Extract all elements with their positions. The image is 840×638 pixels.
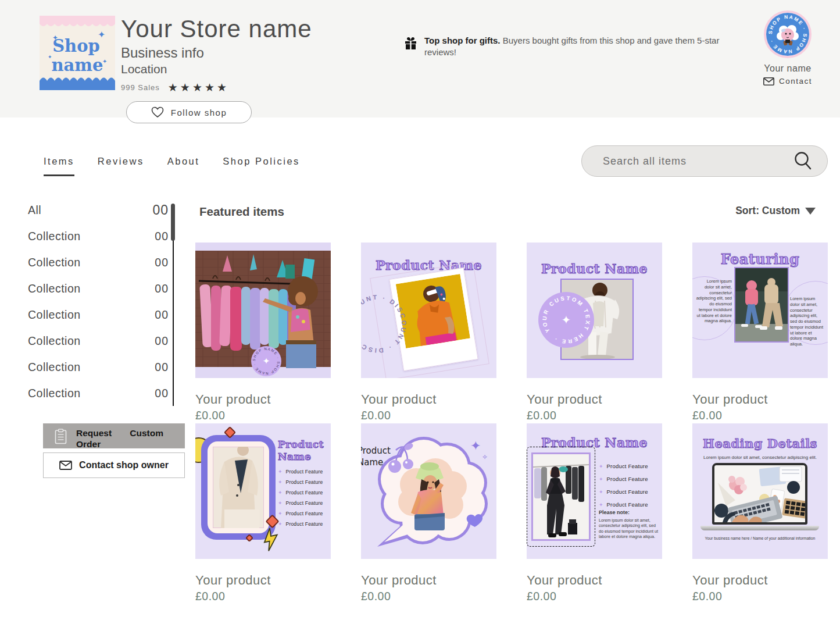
- tab-about[interactable]: About: [167, 156, 200, 176]
- product-name: Your product: [692, 573, 828, 588]
- feature-bullet-icon: ✦: [599, 489, 603, 495]
- discount-stamp: DISCOUNT · DISCOUNT · DISCOUNT · DISCOUN…: [361, 289, 412, 359]
- sidebar-item-collection[interactable]: Collection 00: [28, 229, 169, 244]
- product-name: Your product: [361, 392, 496, 407]
- svg-text:name: name: [51, 55, 103, 75]
- card-title: Product Name: [527, 261, 662, 276]
- contact-link[interactable]: Contact: [753, 77, 822, 85]
- feature-bullet-icon: ✦: [599, 464, 603, 469]
- sidebar-item-count: 00: [155, 387, 169, 400]
- product-card[interactable]: Product Name Y: [527, 243, 662, 422]
- chevron-down-icon: [805, 208, 816, 215]
- product-card[interactable]: Product Name ✦Product Feature ✦Product F…: [195, 423, 331, 603]
- svg-text:✦: ✦: [48, 54, 52, 60]
- product-price: £0.00: [527, 409, 662, 422]
- sidebar-item-all[interactable]: All 00: [28, 202, 169, 218]
- svg-text:Shop: Shop: [52, 36, 100, 56]
- feature-bullet-icon: ✦: [278, 500, 283, 506]
- sidebar-item-collection[interactable]: Collection 00: [28, 386, 169, 401]
- svg-text:✦: ✦: [562, 313, 571, 326]
- tab-items[interactable]: Items: [44, 156, 74, 176]
- svg-text:✦: ✦: [98, 30, 105, 40]
- sidebar-item-count: 00: [155, 334, 169, 348]
- star-rating[interactable]: ★★★★★: [168, 81, 229, 94]
- sidebar-item-collection[interactable]: Collection 00: [28, 281, 169, 297]
- contact-shop-owner-button[interactable]: Contact shop owner: [43, 452, 185, 478]
- note-text: Lorem ipsum dolor sit amet, consectetur …: [599, 518, 659, 539]
- collections-list: All 00 Collection 00 Collection 00 Colle…: [28, 202, 169, 412]
- heart-icon: [151, 106, 164, 118]
- feature-bullet-icon: ✦: [278, 521, 283, 527]
- top-shop-badge: Top shop for gifts. Buyers bought gifts …: [404, 35, 721, 59]
- feature-label: Product Feature: [286, 521, 323, 527]
- sidebar-item-label: All: [28, 204, 41, 217]
- product-image: SHOP NAME · SHOP NAME · ✦: [195, 243, 331, 378]
- feature-label: Product Feature: [286, 469, 323, 475]
- card-subtitle: Lorem ipsum dolor sit amet, consectetur …: [692, 455, 828, 461]
- laptop-base: [700, 526, 819, 530]
- product-card[interactable]: SHOP NAME · SHOP NAME · ✦ Your product £…: [195, 243, 331, 422]
- card-title-line2: Name: [278, 451, 324, 463]
- sidebar-item-count: 00: [155, 308, 169, 322]
- avatar[interactable]: SHOP NAME · SHOP NAME ·: [764, 10, 812, 58]
- sidebar-item-collection[interactable]: Collection 00: [28, 307, 169, 323]
- sales-count: 999 Sales: [121, 83, 160, 92]
- follow-shop-button[interactable]: Follow shop: [126, 101, 252, 123]
- lorem-right: Lorem ipsum dolor sit amet, consectetur …: [790, 296, 825, 347]
- product-name: Your product: [361, 573, 496, 588]
- sidebar-item-collection[interactable]: Collection 00: [28, 255, 169, 270]
- sort-dropdown[interactable]: Sort: Custom: [735, 205, 816, 217]
- feature-label: Product Feature: [607, 463, 648, 469]
- sidebar-item-collection[interactable]: Collection 00: [28, 333, 169, 349]
- feature-bullet-icon: ✦: [278, 511, 283, 516]
- product-price: £0.00: [195, 409, 331, 422]
- feature-label: Product Feature: [607, 489, 648, 495]
- feature-label: Product Feature: [286, 479, 323, 485]
- sidebar-item-count: 00: [155, 361, 169, 374]
- product-image: Product Name DISCOUNT · DIS: [361, 243, 496, 378]
- search-input[interactable]: [603, 155, 793, 167]
- wavy-frame: [201, 435, 276, 540]
- request-custom-order-button[interactable]: Request Custom Order: [43, 423, 185, 448]
- page-title: Your Store name: [121, 15, 312, 43]
- product-name: Your product: [527, 573, 662, 588]
- sidebar-item-count: 00: [155, 230, 169, 243]
- product-card[interactable]: ✦ ✧ Product Name Your product £0.00: [361, 423, 496, 603]
- product-card[interactable]: Product Name: [527, 423, 662, 603]
- product-image: Heading Details Lorem ipsum dolor sit am…: [692, 423, 828, 559]
- sidebar-item-collection[interactable]: Collection 00: [28, 359, 169, 375]
- product-card[interactable]: Product Name DISCOUNT · DIS: [361, 243, 496, 422]
- svg-text:Product: Product: [361, 445, 391, 456]
- location: Location: [121, 62, 312, 76]
- svg-text:Name: Name: [361, 457, 383, 468]
- product-price: £0.00: [527, 590, 662, 603]
- svg-text:✦: ✦: [470, 439, 481, 453]
- laptop-footer-text: Your business name here / Name of your a…: [697, 536, 823, 541]
- sidebar-scrollbar-thumb[interactable]: [171, 204, 175, 241]
- custom-text-circle: YOUR CUSTOM TEXT HERE · ✦: [537, 291, 595, 349]
- card-title: Product Name: [278, 439, 324, 464]
- tab-shop-policies[interactable]: Shop Policies: [223, 156, 299, 176]
- feature-label: Product Feature: [286, 511, 323, 516]
- sidebar-item-label: Collection: [28, 230, 81, 243]
- product-card[interactable]: Heading Details Lorem ipsum dolor sit am…: [692, 423, 828, 603]
- svg-text:✦: ✦: [102, 58, 107, 65]
- feature-bullet-icon: ✦: [278, 490, 283, 496]
- feature-bullet-icon: ✦: [599, 502, 603, 508]
- sidebar-item-count: 00: [152, 202, 169, 218]
- product-price: £0.00: [692, 409, 828, 422]
- product-card[interactable]: Featuring Lorem ipsum dolor sit amet, co…: [692, 243, 828, 422]
- shop-logo-image: Shop name ✦ ✦ ✦ ✦: [40, 16, 115, 90]
- featured-items-title: Featured items: [199, 205, 284, 219]
- tab-reviews[interactable]: Reviews: [98, 156, 144, 176]
- sidebar-item-label: Collection: [28, 387, 81, 400]
- search-icon[interactable]: [793, 151, 812, 171]
- sort-label: Sort: Custom: [735, 205, 800, 217]
- contact-label: Contact: [779, 77, 812, 85]
- product-name: Your product: [195, 392, 331, 407]
- top-shop-bold: Top shop for gifts.: [424, 35, 501, 45]
- card-title: Featuring: [692, 251, 828, 268]
- feature-label: Product Feature: [607, 501, 648, 508]
- product-name: Your product: [527, 392, 662, 407]
- product-name: Your product: [195, 573, 331, 588]
